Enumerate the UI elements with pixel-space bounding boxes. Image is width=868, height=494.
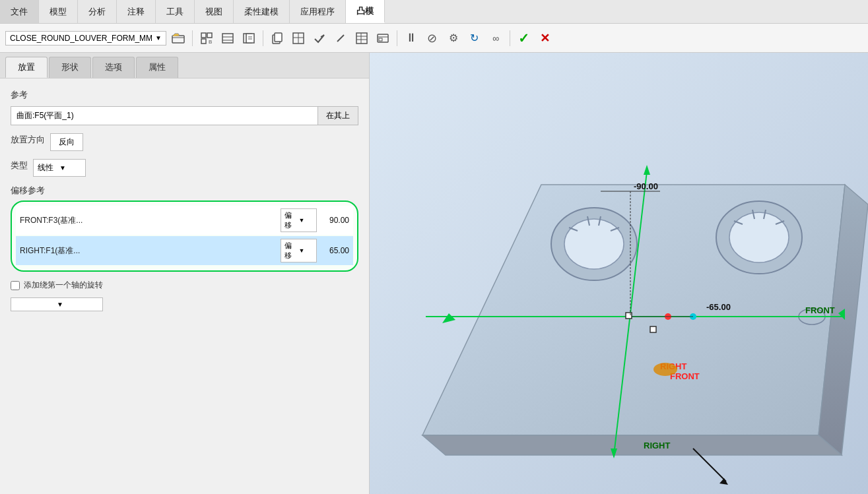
offset-type-arrow-2-icon: ▼ bbox=[299, 247, 314, 254]
settings-btn[interactable]: ⚙ bbox=[444, 29, 463, 47]
offset-table: FRONT:F3(基准... 偏移 ▼ 90.00 RIGHT:F1(基准...… bbox=[11, 201, 358, 272]
3d-model-svg: -90.00 -65.00 RIGHT FRONT FRONT RIGHT bbox=[370, 53, 868, 494]
reference-box: 曲面:F5(平面_1) 在其上 bbox=[11, 106, 358, 125]
viewport[interactable]: -90.00 -65.00 RIGHT FRONT FRONT RIGHT bbox=[370, 53, 868, 494]
offset-type-select-2[interactable]: 偏移 ▼ bbox=[281, 239, 317, 262]
offset-section-label: 偏移参考 bbox=[11, 185, 358, 197]
separator-3 bbox=[397, 30, 397, 46]
direction-reverse-btn[interactable]: 反向 bbox=[50, 133, 83, 151]
layer-btn[interactable] bbox=[218, 29, 237, 47]
dropdown-arrow-icon: ▼ bbox=[155, 34, 162, 42]
svg-point-52 bbox=[653, 363, 677, 376]
offset-value-2: 65.00 bbox=[319, 246, 349, 255]
svg-marker-29 bbox=[422, 435, 842, 455]
svg-point-31 bbox=[564, 219, 624, 269]
offset-name-2: RIGHT:F1(基准... bbox=[20, 245, 278, 257]
toolbar: CLOSE_ROUND_LOUVER_FORM_MM ▼ B bbox=[0, 24, 868, 53]
type-label: 类型 bbox=[11, 160, 28, 171]
loop-btn[interactable]: ∞ bbox=[486, 29, 505, 47]
bottom-dropdown[interactable]: ▼ bbox=[11, 297, 103, 311]
separator-1 bbox=[192, 30, 193, 46]
bottom-dropdown-arrow-icon: ▼ bbox=[57, 301, 98, 308]
svg-rect-42 bbox=[650, 326, 656, 332]
svg-rect-41 bbox=[626, 313, 632, 319]
window-btn[interactable] bbox=[374, 29, 392, 47]
panel-content: 参考 曲面:F5(平面_1) 在其上 放置方向 反向 类型 线性 ▼ 偏移参考 bbox=[0, 78, 369, 494]
checkmark-small-btn[interactable] bbox=[310, 29, 329, 47]
main-content: 放置 形状 选项 属性 参考 曲面:F5(平面_1) 在其上 放置方向 反向 类… bbox=[0, 53, 868, 494]
svg-rect-19 bbox=[356, 33, 367, 44]
pause-btn[interactable]: ⏸ bbox=[402, 29, 420, 47]
svg-point-33 bbox=[729, 212, 789, 262]
svg-text:FRONT: FRONT bbox=[805, 305, 835, 315]
tab-placement[interactable]: 放置 bbox=[5, 57, 48, 78]
offset-name-1: FRONT:F3(基准... bbox=[20, 215, 278, 226]
menu-bar: 文件 模型 分析 注释 工具 视图 柔性建模 应用程序 凸模 bbox=[0, 0, 868, 24]
svg-text:-65.00: -65.00 bbox=[706, 302, 731, 312]
svg-rect-0 bbox=[172, 36, 184, 43]
svg-rect-1 bbox=[201, 33, 206, 38]
cancel-btn[interactable]: ✕ bbox=[536, 29, 554, 47]
rotation-row: 添加绕第一个轴的旋转 bbox=[11, 280, 358, 291]
separator-4 bbox=[510, 30, 510, 46]
separator-2 bbox=[263, 30, 263, 46]
grid-icon-btn[interactable]: B bbox=[197, 29, 216, 47]
tab-properties[interactable]: 属性 bbox=[136, 57, 178, 78]
svg-line-18 bbox=[337, 35, 344, 42]
menu-flex-modeling[interactable]: 柔性建模 bbox=[234, 0, 290, 23]
menu-tools[interactable]: 工具 bbox=[156, 0, 195, 23]
form-dropdown[interactable]: CLOSE_ROUND_LOUVER_FORM_MM ▼ bbox=[5, 31, 166, 46]
offset-value-1: 90.00 bbox=[319, 216, 349, 225]
svg-text:-90.00: -90.00 bbox=[634, 181, 658, 191]
type-select[interactable]: 线性 ▼ bbox=[33, 159, 86, 177]
rotation-checkbox[interactable] bbox=[11, 281, 20, 290]
svg-rect-13 bbox=[275, 33, 282, 42]
direction-row: 放置方向 反向 bbox=[11, 133, 358, 151]
menu-model[interactable]: 模型 bbox=[39, 0, 78, 23]
menu-analysis[interactable]: 分析 bbox=[78, 0, 117, 23]
svg-text:RIGHT: RIGHT bbox=[644, 441, 671, 450]
confirm-btn[interactable]: ✓ bbox=[515, 29, 533, 47]
offset-type-arrow-1-icon: ▼ bbox=[299, 217, 314, 224]
reference-position-btn[interactable]: 在其上 bbox=[317, 107, 358, 125]
tab-bar: 放置 形状 选项 属性 bbox=[0, 53, 369, 78]
table-btn[interactable] bbox=[289, 29, 308, 47]
menu-annotation[interactable]: 注释 bbox=[117, 0, 156, 23]
reference-surface-text: 曲面:F5(平面_1) bbox=[11, 107, 317, 125]
svg-rect-9 bbox=[246, 34, 254, 43]
tab-shape[interactable]: 形状 bbox=[49, 57, 91, 78]
offset-type-select-1[interactable]: 偏移 ▼ bbox=[281, 208, 317, 232]
menu-emboss[interactable]: 凸模 bbox=[346, 0, 385, 23]
svg-rect-3 bbox=[201, 39, 206, 44]
svg-rect-25 bbox=[379, 38, 382, 41]
form-dropdown-value: CLOSE_ROUND_LOUVER_FORM_MM bbox=[10, 34, 152, 43]
offset-type-value-1: 偏移 bbox=[284, 210, 299, 230]
left-panel: 放置 形状 选项 属性 参考 曲面:F5(平面_1) 在其上 放置方向 反向 类… bbox=[0, 53, 370, 494]
table2-btn[interactable] bbox=[352, 29, 371, 47]
svg-rect-2 bbox=[207, 33, 212, 38]
menu-applications[interactable]: 应用程序 bbox=[290, 0, 346, 23]
offset-row-2: RIGHT:F1(基准... 偏移 ▼ 65.00 bbox=[16, 236, 353, 265]
menu-view[interactable]: 视图 bbox=[195, 0, 234, 23]
refresh-btn[interactable]: ↻ bbox=[465, 29, 484, 47]
menu-file[interactable]: 文件 bbox=[0, 0, 39, 23]
type-row: 类型 线性 ▼ bbox=[11, 159, 358, 177]
stop-btn[interactable]: ⊘ bbox=[423, 29, 442, 47]
type-select-arrow-icon: ▼ bbox=[59, 164, 81, 171]
reference-section-label: 参考 bbox=[11, 89, 358, 101]
type-select-value: 线性 bbox=[38, 162, 59, 173]
svg-text:B: B bbox=[209, 39, 212, 45]
tab-options[interactable]: 选项 bbox=[92, 57, 135, 78]
rotation-label: 添加绕第一个轴的旋转 bbox=[24, 280, 103, 291]
copy-btn[interactable] bbox=[268, 29, 286, 47]
offset-row-1: FRONT:F3(基准... 偏移 ▼ 90.00 bbox=[16, 206, 353, 235]
direction-label: 放置方向 bbox=[11, 134, 45, 146]
svg-rect-5 bbox=[222, 34, 233, 43]
slash-btn[interactable] bbox=[331, 29, 350, 47]
open-folder-btn[interactable] bbox=[169, 29, 187, 47]
export-btn[interactable] bbox=[240, 29, 258, 47]
offset-type-value-2: 偏移 bbox=[284, 241, 299, 261]
